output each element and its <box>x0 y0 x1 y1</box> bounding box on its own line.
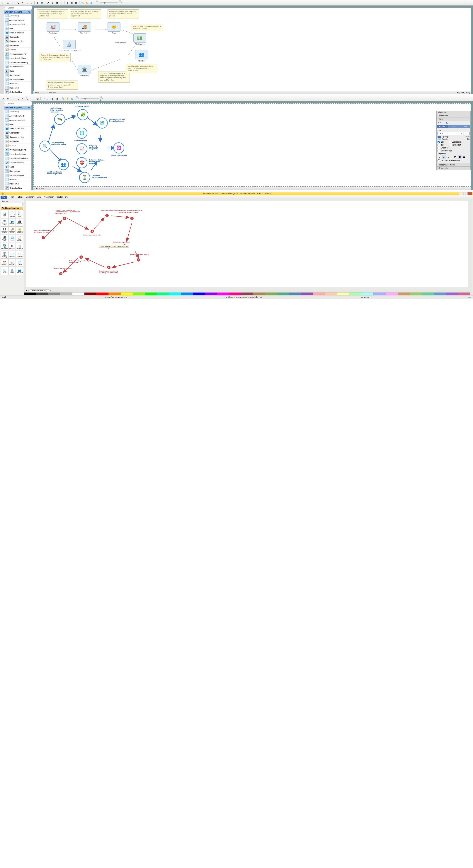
color-swatch[interactable] <box>386 292 397 295</box>
lib-item[interactable]: 🎧Customer service <box>4 39 31 43</box>
node-magnitude[interactable]: 📈 <box>76 143 87 154</box>
brush-icon[interactable]: 🖌 <box>440 122 442 124</box>
node-rnd[interactable]: 🔬Research and Development <box>58 40 81 52</box>
lib-grid-item[interactable]: $Mailroom 1 <box>8 243 16 250</box>
lib-grid-item[interactable]: 🌐Sales <box>8 235 16 242</box>
lib-item[interactable]: 🌍International sales <box>4 65 31 69</box>
lib-item[interactable]: 🚚Distribution <box>4 43 31 48</box>
eyedrop-icon[interactable]: 💧 <box>89 1 93 5</box>
color-swatch[interactable] <box>229 292 241 295</box>
lib-grid-item[interactable]: 🏦Customer service <box>1 218 8 226</box>
menu-document[interactable]: Document <box>26 196 34 198</box>
lib-grid-item[interactable]: 📄Payroll <box>16 259 23 267</box>
lib-item[interactable]: 🎧Customer service <box>4 135 31 139</box>
lib-grid-item[interactable]: ⚖️Online booking <box>1 251 8 258</box>
close-button[interactable]: ✕ <box>468 192 472 195</box>
lib-item[interactable]: 🌐International division <box>4 152 31 156</box>
text-icon[interactable]: T <box>36 1 39 5</box>
italic-checkbox[interactable] <box>438 144 440 146</box>
lib-grid-item[interactable]: 🌍Legal department <box>1 243 8 250</box>
lib-item[interactable]: ✉️Mailroom 1 <box>4 178 31 182</box>
color-swatch[interactable] <box>157 292 169 295</box>
lib-item[interactable]: 📃Accounts receivable <box>4 22 31 26</box>
node-model[interactable]: ⚛️ <box>113 143 124 153</box>
lib-item[interactable]: 📅Online booking <box>4 90 31 94</box>
color-swatch[interactable] <box>60 292 72 295</box>
lib-item[interactable]: 📄Accounts payable <box>4 114 31 118</box>
zoom-label[interactable]: Custom 80% <box>47 92 56 94</box>
zoom-in-icon[interactable]: 🔍+ <box>100 97 104 100</box>
connector-icon[interactable]: ↘ <box>16 1 20 5</box>
zoom-in-icon[interactable]: 🔍+ <box>119 1 123 5</box>
lib-item[interactable]: 📈International marketing <box>4 156 31 160</box>
node-distance[interactable]: 🎯 <box>76 157 87 168</box>
node-collect[interactable]: 🛰️ <box>54 114 65 125</box>
color-swatch[interactable] <box>24 292 36 295</box>
tab-more[interactable]: More <box>459 125 470 128</box>
color-swatch[interactable] <box>96 292 109 295</box>
note-icon[interactable]: ▤ <box>40 1 44 5</box>
node-startup[interactable]: 🔍 <box>39 141 51 152</box>
color-swatch[interactable] <box>313 292 325 295</box>
menu-home[interactable]: Home <box>10 196 16 198</box>
ellipse-icon[interactable]: ◯ <box>10 97 14 100</box>
lib-item[interactable]: 🏦Bank <box>4 26 31 31</box>
num-10[interactable]: 10 <box>59 272 62 275</box>
lib-grid-item[interactable]: 📋Mailroom 2 <box>16 243 23 250</box>
lib-item[interactable]: ✉️Mailroom 2 <box>4 182 31 186</box>
grid-icon[interactable]: ▦ <box>75 1 78 5</box>
lib-item[interactable]: 🌍International sales <box>4 160 31 165</box>
sheet-tab[interactable]: Work flow chart (1/1) <box>30 289 49 292</box>
color-swatch[interactable] <box>181 292 193 295</box>
text-color-swatch[interactable] <box>438 136 441 137</box>
node-overlay[interactable]: 🗺️ <box>97 118 108 128</box>
chain-icon[interactable]: ⛓ <box>70 1 74 5</box>
color-swatch[interactable] <box>361 292 374 295</box>
lib-item[interactable]: 📊Accounting <box>4 14 31 18</box>
library-grid-3[interactable]: 📊Bank📄Board of directors📃Copy center🏦Cus… <box>1 210 23 275</box>
lib-item[interactable]: $Sales <box>4 165 31 169</box>
info-icon[interactable]: ⓘ <box>28 10 30 13</box>
menu-shape[interactable]: Shape <box>18 196 24 198</box>
num-4[interactable]: 4 <box>105 214 109 217</box>
lib-item[interactable]: 💻Information systems <box>4 148 31 152</box>
num-9[interactable]: 9 <box>80 255 83 259</box>
font-size-input[interactable] <box>464 132 470 135</box>
node-sales[interactable]: 🤝Sales <box>108 22 120 34</box>
library-list-2[interactable]: 📊Accounting📄Accounts payable📃Accounts re… <box>4 110 31 190</box>
info-icon[interactable]: ⓘ <box>28 106 30 109</box>
pen-icon[interactable]: ✎ <box>437 122 439 124</box>
node-georef[interactable]: 🌐 <box>76 128 87 139</box>
node-lasting[interactable]: ⌛ <box>79 172 90 183</box>
fill-icon[interactable]: ▬ <box>443 122 445 124</box>
lib-item[interactable]: 👥Board of directors <box>4 126 31 131</box>
canvas-2[interactable]: 🔍 Start-up (define earthquake region) 🛰️… <box>33 103 471 187</box>
node-staff-salary[interactable]: 💵Staff Salary <box>134 33 146 45</box>
node-sales-revenue[interactable]: Sales Revenue <box>115 42 126 43</box>
color-swatch[interactable] <box>337 292 349 295</box>
color-swatch[interactable] <box>301 292 313 295</box>
curve-icon[interactable]: ∿ <box>21 1 24 5</box>
rect-icon[interactable]: ▭ <box>6 97 9 100</box>
lib-grid-item[interactable]: 📊Bank <box>1 210 8 218</box>
lib-grid-item[interactable]: 💻Internati... sales <box>1 235 8 242</box>
valign-bot-icon[interactable]: ⬓ <box>462 155 466 159</box>
num-3[interactable]: 3 <box>91 229 94 233</box>
line-icon[interactable]: ╲ <box>25 1 29 5</box>
valign-top-icon[interactable]: ⬒ <box>453 155 457 159</box>
arrow3-icon[interactable]: ⤭ <box>55 1 59 5</box>
curve-icon[interactable]: ∿ <box>21 97 24 100</box>
lib-grid-item[interactable]: 📃Copy center <box>16 210 23 218</box>
zoom-out-icon[interactable]: 🔍− <box>76 97 80 100</box>
text-icon[interactable]: T <box>31 97 35 100</box>
zoom-label-2[interactable]: Custom 66% <box>34 188 44 189</box>
lib-item[interactable]: 📠Copy center <box>4 131 31 135</box>
color-swatch[interactable] <box>325 292 337 295</box>
bg-color-swatch[interactable] <box>438 138 441 140</box>
menu-view[interactable]: View <box>37 196 41 198</box>
node-production[interactable]: 🏭Production <box>47 22 59 34</box>
lib-grid-item[interactable]: 📄Board of directors <box>8 210 16 218</box>
tab-prev-icon[interactable]: ◀ <box>25 290 27 291</box>
note-icon[interactable]: ▤ <box>36 97 39 100</box>
lib-grid-item[interactable]: 📈Sale contract <box>16 235 23 242</box>
